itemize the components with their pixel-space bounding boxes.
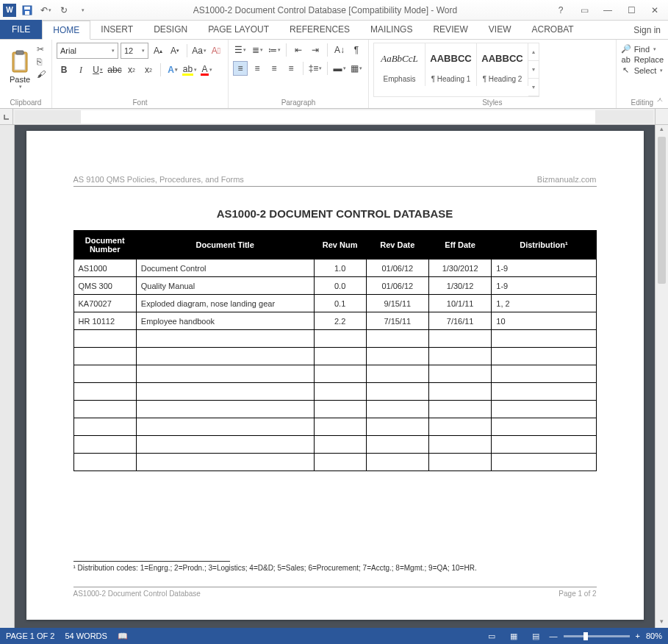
justify-icon[interactable]: ≡: [284, 61, 298, 76]
vertical-scrollbar[interactable]: ▴ ▾: [655, 125, 668, 628]
sort-icon[interactable]: A↓: [332, 43, 347, 57]
styles-scroll[interactable]: ▴ ▾ ▾: [528, 43, 539, 96]
zoom-level[interactable]: 80%: [646, 632, 662, 640]
ribbon-display-icon[interactable]: ▭: [577, 5, 592, 15]
select-button[interactable]: ↖Select▾: [621, 65, 664, 75]
tab-references[interactable]: REFERENCES: [279, 20, 360, 39]
tab-design[interactable]: DESIGN: [143, 20, 198, 39]
style-heading2[interactable]: AABBCC ¶ Heading 2: [477, 43, 528, 86]
tab-selector-icon[interactable]: [0, 109, 13, 124]
maximize-icon[interactable]: ☐: [624, 5, 639, 15]
find-button[interactable]: 🔎Find▾: [621, 44, 664, 54]
borders-icon[interactable]: ▦▾: [349, 61, 364, 76]
zoom-out-icon[interactable]: —: [550, 632, 558, 640]
close-icon[interactable]: ✕: [647, 5, 662, 15]
status-page[interactable]: PAGE 1 OF 2: [6, 632, 54, 641]
customize-qat-icon[interactable]: ▾: [75, 3, 90, 18]
status-bar: PAGE 1 OF 2 54 WORDS 📖 ▭ ▦ ▤ — + 80%: [0, 628, 668, 644]
col-rev-date: Rev Date: [366, 231, 428, 260]
bold-button[interactable]: B: [57, 62, 71, 77]
cut-icon[interactable]: ✂: [37, 44, 46, 54]
footnote: ¹ Distribution codes: 1=Engrg.; 2=Prodn.…: [73, 562, 597, 572]
text-effects-icon[interactable]: A▾: [165, 62, 180, 77]
sign-in-link[interactable]: Sign in: [626, 21, 668, 39]
header-left: AS 9100 QMS Policies, Procedures, and Fo…: [73, 175, 244, 184]
status-words[interactable]: 54 WORDS: [65, 632, 107, 641]
tab-page-layout[interactable]: PAGE LAYOUT: [198, 20, 279, 39]
footer-right: Page 1 of 2: [559, 590, 596, 598]
align-left-icon[interactable]: ≡: [233, 61, 248, 76]
align-right-icon[interactable]: ≡: [267, 61, 281, 76]
styles-more-icon[interactable]: ▾: [528, 79, 539, 96]
ribbon: Paste ▾ ✂ ⎘ 🖌 Clipboard Arial▾ 12▾ A▴ A▾…: [0, 40, 668, 109]
view-read-icon[interactable]: ▭: [484, 630, 500, 642]
subscript-button[interactable]: x2: [124, 62, 139, 77]
tab-review[interactable]: REVIEW: [423, 20, 478, 39]
italic-button[interactable]: I: [73, 62, 88, 77]
styles-gallery[interactable]: AaBbCcL Emphasis AABBCC ¶ Heading 1 AABB…: [373, 43, 539, 97]
collapse-ribbon-icon[interactable]: ㅅ: [656, 95, 664, 105]
font-size-select[interactable]: 12▾: [121, 43, 148, 59]
table-row: [73, 454, 596, 471]
save-icon[interactable]: [20, 3, 35, 18]
col-doc-number: Document Number: [73, 231, 136, 260]
show-hide-icon[interactable]: ¶: [349, 43, 364, 57]
undo-icon[interactable]: ↶▾: [38, 3, 53, 18]
view-web-icon[interactable]: ▤: [528, 630, 544, 642]
strikethrough-button[interactable]: abc: [107, 62, 122, 77]
zoom-slider[interactable]: [564, 635, 630, 637]
redo-icon[interactable]: ↻: [57, 3, 71, 18]
bullets-icon[interactable]: ☰▾: [233, 43, 248, 57]
style-heading1[interactable]: AABBCC ¶ Heading 1: [425, 43, 477, 86]
vertical-ruler[interactable]: [0, 125, 15, 628]
styles-down-icon[interactable]: ▾: [528, 61, 539, 79]
align-center-icon[interactable]: ≡: [250, 61, 265, 76]
font-color-icon[interactable]: A▾: [199, 62, 214, 77]
header-right: Bizmanualz.com: [537, 175, 597, 184]
multilevel-list-icon[interactable]: ≔▾: [267, 43, 281, 57]
change-case-icon[interactable]: Aa▾: [192, 43, 206, 58]
styles-up-icon[interactable]: ▴: [528, 43, 539, 61]
highlight-icon[interactable]: ab▾: [182, 62, 197, 77]
numbering-icon[interactable]: ≣▾: [250, 43, 265, 57]
tab-view[interactable]: VIEW: [478, 20, 522, 39]
font-name-select[interactable]: Arial▾: [57, 43, 118, 59]
copy-icon[interactable]: ⎘: [37, 57, 46, 67]
horizontal-ruler[interactable]: [15, 110, 653, 124]
help-icon[interactable]: ?: [553, 5, 568, 15]
zoom-in-icon[interactable]: +: [636, 632, 640, 640]
shrink-font-icon[interactable]: A▾: [168, 43, 182, 58]
line-spacing-icon[interactable]: ‡≡▾: [308, 61, 323, 76]
increase-indent-icon[interactable]: ⇥: [308, 43, 323, 57]
underline-button[interactable]: U▾: [90, 62, 105, 77]
view-print-icon[interactable]: ▦: [506, 630, 522, 642]
decrease-indent-icon[interactable]: ⇤: [291, 43, 306, 57]
scroll-up-icon[interactable]: ▴: [656, 125, 668, 135]
tab-home[interactable]: HOME: [42, 21, 90, 40]
document-scroll[interactable]: AS 9100 QMS Policies, Procedures, and Fo…: [15, 125, 655, 628]
superscript-button[interactable]: x2: [141, 62, 156, 77]
scroll-down-icon[interactable]: ▾: [656, 618, 668, 628]
table-header-row: Document Number Document Title Rev Num R…: [73, 231, 596, 260]
shading-icon[interactable]: ▬▾: [332, 61, 347, 76]
scroll-thumb[interactable]: [658, 137, 666, 284]
page[interactable]: AS 9100 QMS Policies, Procedures, and Fo…: [26, 131, 644, 620]
minimize-icon[interactable]: —: [600, 5, 615, 15]
tab-mailings[interactable]: MAILINGS: [360, 20, 423, 39]
clear-formatting-icon[interactable]: A⃠: [209, 43, 223, 58]
status-proofing-icon[interactable]: 📖: [118, 632, 128, 641]
style-emphasis[interactable]: AaBbCcL Emphasis: [374, 43, 425, 86]
tab-file[interactable]: FILE: [0, 20, 42, 39]
select-icon: ↖: [621, 65, 631, 75]
tab-insert[interactable]: INSERT: [90, 20, 143, 39]
paste-button[interactable]: Paste ▾: [4, 43, 35, 97]
col-rev-num: Rev Num: [314, 231, 366, 260]
horizontal-ruler-bar: [0, 109, 668, 125]
replace-button[interactable]: abReplace: [621, 55, 664, 64]
table-row: [73, 383, 596, 401]
tab-acrobat[interactable]: ACROBAT: [521, 20, 583, 39]
format-painter-icon[interactable]: 🖌: [37, 69, 46, 79]
grow-font-icon[interactable]: A▴: [151, 43, 165, 58]
clipboard-group-label: Clipboard: [4, 97, 47, 107]
word-icon: W: [3, 4, 16, 17]
